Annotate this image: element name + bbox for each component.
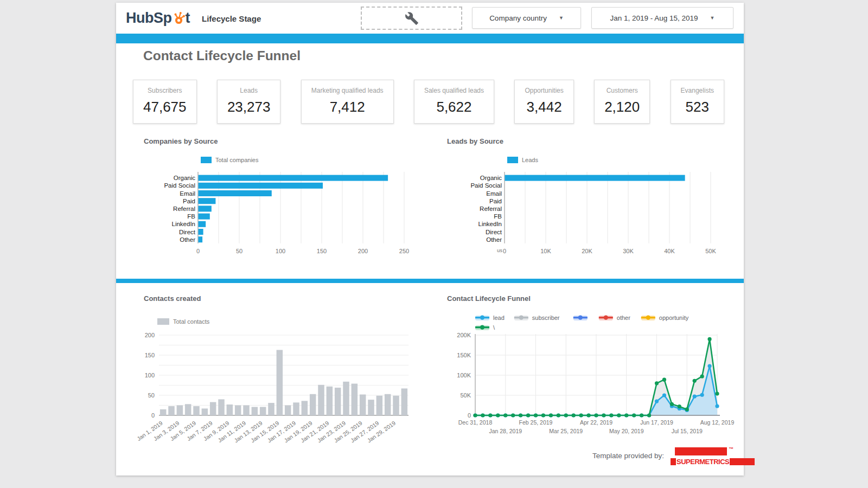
svg-text:other: other — [617, 314, 630, 321]
svg-text:Paid Social: Paid Social — [470, 182, 502, 189]
svg-text:Feb 25, 2019: Feb 25, 2019 — [519, 419, 553, 426]
lead-point — [715, 404, 719, 408]
bar-Jan 22, 2019 — [335, 388, 341, 415]
hubspot-sprocket-icon — [173, 11, 186, 25]
bar-Jan 8, 2019 — [218, 399, 225, 415]
total-point — [534, 413, 538, 417]
bar-Jan 17, 2019 — [293, 402, 299, 415]
svg-text:lead: lead — [493, 314, 505, 321]
bar-Jan 12, 2019 — [252, 407, 258, 415]
total-point — [640, 413, 643, 417]
total-point — [670, 402, 674, 406]
company-country-filter[interactable]: Company country ▼ — [472, 7, 581, 29]
date-range-filter[interactable]: Jan 1, 2019 - Aug 15, 2019 ▼ — [591, 7, 733, 29]
svg-text:0: 0 — [468, 412, 471, 419]
svg-text:\: \ — [493, 324, 495, 331]
bar-Referral — [199, 206, 212, 211]
total-point — [624, 413, 628, 417]
total-point — [609, 413, 613, 417]
supermetrics-logo-bar — [675, 447, 727, 455]
trademark-symbol: ™ — [729, 446, 733, 452]
scorecard-label: Leads — [227, 87, 271, 94]
svg-text:LinkedIn: LinkedIn — [172, 221, 195, 227]
bar-Jan 30, 2019 — [401, 388, 408, 415]
svg-text:Organic: Organic — [174, 175, 196, 181]
bar-Jan 6, 2019 — [202, 408, 208, 415]
scorecard-label: Evangelists — [681, 87, 714, 94]
chart-title-leads: Leads by Source — [447, 137, 503, 145]
svg-text:Referral: Referral — [173, 206, 195, 212]
bar-Jan 15, 2019 — [277, 350, 283, 415]
total-point — [707, 337, 711, 341]
bar-Organic — [505, 175, 685, 181]
total-point — [526, 413, 530, 417]
svg-text:Mar 25, 2019: Mar 25, 2019 — [549, 428, 583, 434]
bar-Jan 2, 2019 — [168, 406, 175, 415]
template-provided-label: Template provided by: — [592, 452, 664, 460]
scorecard-label: Subscribers — [143, 87, 187, 94]
bar-Jan 23, 2019 — [343, 382, 349, 415]
bar-Jan 7, 2019 — [210, 402, 216, 415]
svg-text:0: 0 — [503, 248, 506, 254]
bar-Jan 25, 2019 — [360, 395, 366, 415]
total-point — [557, 413, 560, 417]
scorecard-value: 7,412 — [311, 99, 384, 115]
legend-swatch — [507, 157, 518, 163]
contact-lifecycle-funnel-chart: leadsubscriberotheropportunity\050K100K1… — [439, 304, 735, 456]
svg-text:opportunity: opportunity — [659, 314, 689, 321]
svg-text:100K: 100K — [457, 372, 471, 378]
page-title: Contact Lifecycle Funnel — [143, 48, 301, 63]
svg-text:Other: Other — [180, 236, 195, 243]
svg-text:40K: 40K — [664, 248, 675, 254]
hbar-svg: Total companiesOrganicPaid SocialEmailPa… — [133, 147, 423, 272]
total-point — [715, 391, 719, 395]
dashboard-card: HubSp t Lifecycle Stage Company — [116, 3, 744, 476]
scorecard-leads: Leads23,273 — [217, 80, 281, 124]
bar-Jan 28, 2019 — [385, 394, 391, 415]
bar-Jan 18, 2019 — [302, 401, 308, 415]
total-point — [503, 413, 507, 417]
leads-by-source-chart: LeadsOrganicPaid SocialEmailPaidReferral… — [439, 147, 730, 272]
bar-Jan 21, 2019 — [327, 387, 333, 415]
toolbox-placeholder[interactable] — [361, 7, 462, 30]
svg-text:us: us — [497, 247, 502, 253]
svg-text:Email: Email — [180, 190, 195, 197]
total-point — [602, 413, 605, 417]
brand-text-pre: HubSp — [126, 10, 172, 27]
scorecard-label: Marketing qualified leads — [311, 87, 384, 94]
wrench-icon — [405, 11, 419, 25]
bar-Jan 29, 2019 — [393, 396, 399, 415]
legend-dot — [480, 315, 484, 319]
bar-Direct — [199, 229, 203, 235]
svg-text:FB: FB — [494, 213, 502, 220]
total-point — [541, 413, 545, 417]
svg-text:Jun 17, 2019: Jun 17, 2019 — [640, 419, 673, 426]
legend-dot — [604, 315, 608, 319]
svg-text:Total contacts: Total contacts — [173, 318, 210, 325]
svg-text:0: 0 — [151, 412, 155, 419]
bar-Jan 24, 2019 — [352, 384, 358, 415]
total-point — [564, 413, 568, 417]
bar-Jan 20, 2019 — [318, 385, 324, 415]
scorecard-value: 3,442 — [525, 99, 563, 115]
bar-Jan 3, 2019 — [177, 406, 183, 416]
total-point — [579, 413, 583, 417]
bar-Jan 10, 2019 — [235, 406, 241, 416]
scorecard-opportunities: Opportunities3,442 — [514, 80, 573, 124]
hbar-svg: LeadsOrganicPaid SocialEmailPaidReferral… — [439, 147, 730, 272]
logo-bar-right — [730, 458, 755, 465]
lead-point — [662, 393, 666, 397]
svg-text:Jan 28, 2019: Jan 28, 2019 — [489, 428, 522, 434]
total-point — [519, 413, 522, 417]
total-point — [481, 413, 484, 417]
svg-text:0: 0 — [196, 248, 200, 254]
supermetrics-logo: ™ SUPERMETRICS — [671, 446, 746, 470]
legend-dot — [480, 325, 484, 329]
svg-text:100: 100 — [145, 372, 155, 378]
total-point — [700, 375, 704, 378]
scorecard-label: Customers — [604, 87, 640, 94]
svg-text:150K: 150K — [457, 352, 471, 358]
total-point — [617, 413, 621, 417]
scorecard-value: 5,622 — [424, 99, 484, 115]
total-point — [693, 379, 697, 383]
